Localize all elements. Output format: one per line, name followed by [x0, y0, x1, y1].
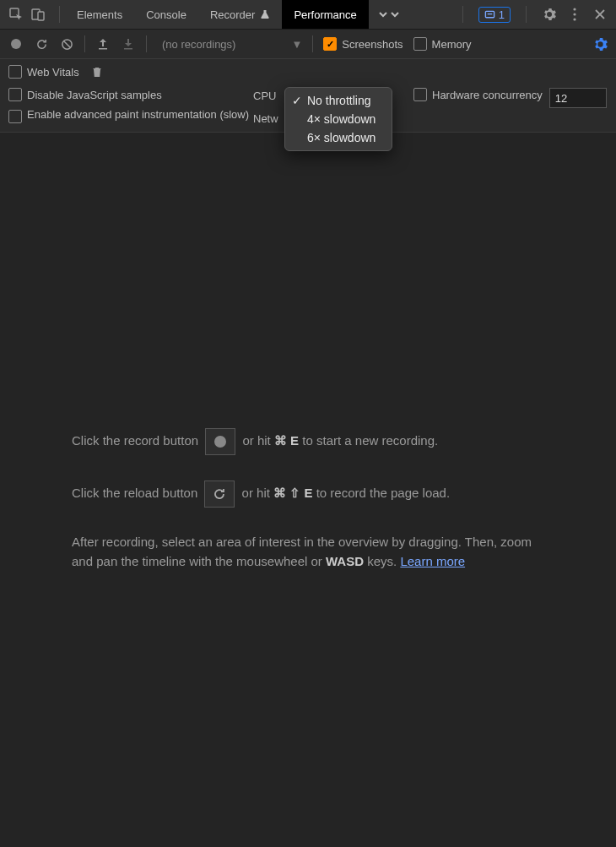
- dropdown-item-no-throttling[interactable]: ✓ No throttling: [285, 91, 392, 110]
- hardware-concurrency-input[interactable]: [549, 88, 607, 108]
- kbd-cmd: ⌘: [273, 486, 286, 500]
- help-text: or hit: [242, 433, 274, 448]
- divider: [462, 6, 463, 23]
- help-text: keys.: [367, 554, 400, 568]
- clear-button[interactable]: [59, 36, 74, 52]
- help-text: Click the reload button: [72, 486, 201, 500]
- check-icon: ✓: [292, 94, 302, 107]
- checkbox-icon: [8, 88, 22, 101]
- devtools-tabbar: Elements Console Recorder Performance 1: [0, 0, 616, 30]
- dropdown-item-4x-slowdown[interactable]: 4× slowdown: [285, 110, 392, 128]
- checkbox-icon: [8, 110, 22, 123]
- record-button[interactable]: [8, 36, 24, 52]
- tab-label: Elements: [77, 8, 122, 21]
- memory-checkbox[interactable]: Memory: [413, 37, 472, 51]
- checkbox-label: Web Vitals: [27, 66, 79, 79]
- checkbox-icon: [323, 37, 337, 51]
- divider: [84, 35, 85, 52]
- performance-landing-help: Click the record button or hit ⌘ E to st…: [0, 428, 616, 571]
- dropdown-item-label: 6× slowdown: [307, 131, 376, 144]
- inspect-element-icon[interactable]: [8, 7, 24, 22]
- svg-rect-2: [38, 12, 44, 20]
- tab-elements[interactable]: Elements: [65, 0, 134, 29]
- reload-button-example[interactable]: [204, 481, 235, 508]
- badge-count: 1: [499, 8, 505, 21]
- record-button-example[interactable]: [205, 428, 235, 455]
- learn-more-link[interactable]: Learn more: [400, 554, 465, 568]
- svg-point-5: [573, 13, 575, 15]
- svg-point-6: [573, 18, 575, 20]
- performance-toolbar: (no recordings) ▼ Screenshots Memory: [0, 30, 616, 59]
- reload-button[interactable]: [34, 36, 49, 52]
- divider: [59, 6, 60, 23]
- device-toolbar-icon[interactable]: [30, 7, 46, 22]
- tab-label: Console: [146, 8, 186, 21]
- help-text: Click the record button: [72, 433, 202, 448]
- tab-recorder[interactable]: Recorder: [198, 0, 282, 29]
- tab-console[interactable]: Console: [134, 0, 198, 29]
- kbd-key: E: [290, 433, 299, 448]
- upload-icon[interactable]: [95, 36, 111, 52]
- kbd-shift: ⇧: [289, 486, 300, 500]
- chevron-down-icon: ▼: [291, 38, 302, 51]
- tab-label: Recorder: [210, 8, 255, 21]
- divider: [312, 35, 313, 52]
- download-icon[interactable]: [121, 36, 136, 52]
- checkbox-label: Enable advanced paint instrumentation (s…: [27, 108, 249, 122]
- advanced-paint-checkbox[interactable]: Enable advanced paint instrumentation (s…: [8, 108, 253, 123]
- recordings-dropdown[interactable]: (no recordings) ▼: [157, 38, 302, 51]
- checkbox-label: Screenshots: [342, 38, 403, 51]
- flask-icon: [260, 9, 270, 19]
- divider: [146, 35, 147, 52]
- divider: [526, 6, 527, 23]
- checkbox-icon: [413, 88, 427, 101]
- checkbox-label: Memory: [432, 38, 472, 51]
- help-footer-line: After recording, select an area of inter…: [72, 533, 544, 571]
- wasd-text: WASD: [326, 554, 364, 568]
- dropdown-item-label: No throttling: [307, 94, 370, 107]
- dropdown-item-6x-slowdown[interactable]: 6× slowdown: [285, 128, 392, 147]
- help-text: to record the page load.: [316, 486, 450, 500]
- checkbox-icon: [8, 65, 22, 79]
- web-vitals-checkbox[interactable]: Web Vitals: [8, 65, 79, 79]
- kbd-key: E: [304, 486, 312, 500]
- hardware-concurrency-checkbox[interactable]: Hardware concurrency: [413, 88, 543, 101]
- help-text: or hit: [242, 486, 274, 500]
- recordings-placeholder: (no recordings): [157, 38, 240, 51]
- screenshots-checkbox[interactable]: Screenshots: [323, 37, 403, 51]
- tab-performance[interactable]: Performance: [282, 0, 368, 29]
- cpu-throttling-dropdown: ✓ No throttling 4× slowdown 6× slowdown: [284, 87, 392, 151]
- capture-settings-gear-icon[interactable]: [592, 36, 608, 52]
- checkbox-label: Disable JavaScript samples: [27, 89, 162, 101]
- checkbox-icon: [413, 37, 427, 51]
- close-icon[interactable]: [592, 7, 608, 22]
- kebab-menu-icon[interactable]: [567, 7, 582, 22]
- issues-badge[interactable]: 1: [478, 7, 511, 23]
- tab-label: Performance: [294, 8, 356, 21]
- more-tabs-button[interactable]: [369, 8, 409, 20]
- dropdown-item-label: 4× slowdown: [307, 112, 376, 126]
- help-text: to start a new recording.: [302, 433, 438, 448]
- help-record-line: Click the record button or hit ⌘ E to st…: [72, 428, 544, 455]
- settings-gear-icon[interactable]: [542, 7, 557, 22]
- kbd-cmd: ⌘: [274, 433, 287, 448]
- help-reload-line: Click the reload button or hit ⌘ ⇧ E to …: [72, 481, 544, 508]
- checkbox-label: Hardware concurrency: [432, 89, 543, 101]
- svg-point-4: [573, 8, 575, 10]
- disable-js-samples-checkbox[interactable]: Disable JavaScript samples: [8, 88, 253, 101]
- trash-icon[interactable]: [89, 64, 105, 79]
